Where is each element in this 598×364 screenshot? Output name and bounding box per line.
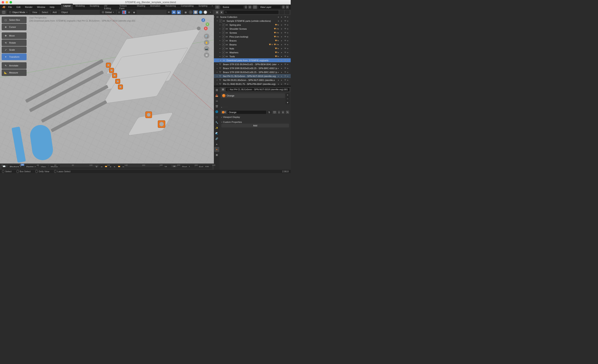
disable-toggle[interactable]: ▸ (287, 24, 290, 26)
disable-toggle[interactable]: ▸ (287, 40, 290, 42)
checkbox[interactable] (222, 31, 225, 34)
disable-toggle[interactable]: ▸ (287, 59, 290, 61)
hide-toggle[interactable]: 👁 (284, 79, 287, 81)
tab-rendering[interactable]: Rendering (163, 4, 178, 10)
checkbox[interactable] (222, 27, 225, 30)
select-toggle[interactable]: ▸ (281, 28, 284, 30)
select-toggle[interactable]: ▸ (281, 40, 284, 42)
material-browse-icon[interactable]: ▾ (221, 110, 227, 114)
add-slot-button[interactable]: + (286, 93, 290, 97)
add-menu[interactable]: Add (51, 10, 59, 14)
object-row[interactable]: ▸▽Nut RH BU01.00x5mm - SPN-NUT-0001 (ste… (214, 78, 291, 82)
tool-measure[interactable]: 📐Measure (2, 69, 27, 76)
download-collection-row[interactable]: ▸▭Download parts from: STEMFIE.org/parts… (214, 58, 291, 62)
select-toggle[interactable]: ▸ (281, 63, 284, 65)
hide-toggle[interactable]: 👁 (284, 35, 287, 38)
hide-toggle[interactable]: 👁 (284, 83, 287, 85)
collection-row[interactable]: ▸▭Beams1010▸▸👁▸ (214, 42, 291, 47)
disable-toggle[interactable]: ▸ (287, 51, 290, 54)
pivot-icon[interactable]: ⊙ (117, 10, 121, 14)
hide-toggle[interactable]: 👁 (284, 67, 287, 69)
object-row[interactable]: ▸▽Pin CL RHD BU01.75 - SPN-PIN-0047 (ste… (214, 82, 291, 86)
select-toggle[interactable]: ▸ (281, 47, 284, 50)
nut-object[interactable] (112, 73, 117, 78)
viewlayer-delete-icon[interactable]: × (286, 5, 289, 9)
object-row[interactable]: ▸▽Nut PH CL BU1x5mm - SPN-NUT-0018 (stem… (214, 74, 291, 78)
select-menu[interactable]: Select (40, 10, 50, 14)
x-axis-ball[interactable]: X (204, 27, 208, 30)
object-row[interactable]: ▸▽Brace STR ERR BU03x01x00.25 - SPN-BRC-… (214, 66, 291, 70)
hide-toggle[interactable]: 👁 (284, 75, 287, 77)
exclude-toggle[interactable]: ▸ (278, 40, 281, 42)
viewlayer-field[interactable]: View Layer (258, 5, 281, 9)
scene-browse-icon[interactable] (215, 5, 220, 9)
select-toggle[interactable]: ▸ (281, 51, 284, 54)
checkbox[interactable] (219, 19, 222, 22)
tab-layout[interactable]: Layout (61, 4, 73, 10)
orientation-dropdown[interactable]: Global ▼ (100, 10, 116, 14)
material-users[interactable]: 5 (267, 111, 272, 114)
object-row[interactable]: ▸▽Brace STR ERR BU03x01x00.25 - SPN-BRC-… (214, 70, 291, 74)
timeline-ruler[interactable]: 24 020406080100120140160180200220240 (2, 167, 212, 169)
minimize-icon[interactable] (6, 1, 8, 4)
select-toggle[interactable]: ▸ (281, 35, 284, 38)
menu-render[interactable]: Render (23, 5, 35, 9)
maximize-icon[interactable] (9, 1, 12, 4)
disable-toggle[interactable]: ▸ (287, 83, 290, 85)
slot-menu-icon[interactable]: ▾ (286, 101, 290, 104)
hide-toggle[interactable]: 👁 (284, 20, 287, 22)
exclude-toggle[interactable]: ▸ (278, 75, 281, 77)
tab-animation[interactable]: Animation (148, 4, 163, 10)
tab-texpaint[interactable]: Texture Paint (117, 4, 134, 10)
exclude-toggle[interactable]: ▸ (278, 55, 281, 57)
exclude-toggle[interactable]: ▸ (278, 47, 281, 50)
hide-toggle[interactable]: 👁 (284, 32, 287, 34)
neg-axis-ball[interactable] (197, 27, 200, 30)
new-collection-icon[interactable] (285, 10, 290, 14)
select-toggle[interactable]: ▸ (281, 20, 284, 22)
tab-modeling[interactable]: Modeling (73, 4, 87, 10)
checkbox[interactable] (222, 39, 225, 42)
texture-props-icon[interactable]: ▩ (214, 152, 219, 157)
modifier-props-icon[interactable]: 🔧 (214, 120, 219, 125)
z-axis-ball[interactable]: Z (201, 18, 205, 22)
exclude-toggle[interactable]: ▸ (278, 24, 281, 26)
select-toggle[interactable]: ▸ (281, 55, 284, 57)
exclude-toggle[interactable]: ▸ (278, 32, 281, 34)
tab-shading[interactable]: Shading (134, 4, 148, 10)
select-toggle[interactable]: ▸ (281, 32, 284, 34)
disable-toggle[interactable]: ▸ (287, 47, 290, 50)
mode-dropdown[interactable]: Object Mode ▼ (7, 10, 29, 14)
disable-toggle[interactable]: ▸ (287, 32, 290, 34)
hide-toggle[interactable]: 👁 (284, 55, 287, 57)
checkbox[interactable] (222, 43, 225, 46)
world-props-icon[interactable]: 🌐 (214, 109, 219, 114)
sample-collection-row[interactable]: ▾▭Sample STEMFIE parts (unhide collectio… (214, 19, 291, 23)
hide-toggle[interactable]: 👁 (284, 24, 287, 26)
disable-toggle[interactable]: ▸ (287, 28, 290, 30)
exclude-toggle[interactable]: ▸ (278, 28, 281, 30)
checkbox[interactable] (222, 24, 225, 26)
checkbox[interactable] (222, 51, 225, 54)
collection-row[interactable]: ▸▭Shoulder Screws10▸▸👁▸ (214, 27, 291, 31)
collection-row[interactable]: ▸▭Tools2▸▸👁▸ (214, 54, 291, 58)
constraint-props-icon[interactable]: 🔗 (214, 136, 219, 141)
output-props-icon[interactable]: 📤 (214, 93, 219, 98)
object-row[interactable]: ▸▽Beam STR ESS BU04x01x01 - SPN-BEM-0041… (214, 62, 291, 66)
exclude-toggle[interactable]: ▸ (278, 43, 281, 46)
hide-toggle[interactable]: 👁 (284, 43, 287, 46)
select-toggle[interactable]: ▸ (281, 75, 284, 77)
exclude-toggle[interactable]: ▸ (278, 71, 281, 73)
select-toggle[interactable]: ▸ (281, 83, 284, 85)
exclude-toggle[interactable]: ▸ (278, 67, 281, 69)
nut-object[interactable] (109, 68, 114, 73)
material-slot[interactable]: Orange (221, 93, 285, 98)
snap-type-icon[interactable]: ⊞ (127, 10, 132, 14)
zoom-icon[interactable]: 🔍 (204, 34, 209, 39)
display-mode-icon[interactable]: ▾ (220, 10, 223, 14)
checkbox[interactable] (222, 35, 225, 38)
scene-field[interactable]: Scene (221, 5, 244, 9)
scene-props-icon[interactable]: 🎬 (214, 104, 219, 109)
hide-toggle[interactable]: 👁 (284, 71, 287, 73)
new-material-icon[interactable]: ▫ (278, 110, 281, 114)
